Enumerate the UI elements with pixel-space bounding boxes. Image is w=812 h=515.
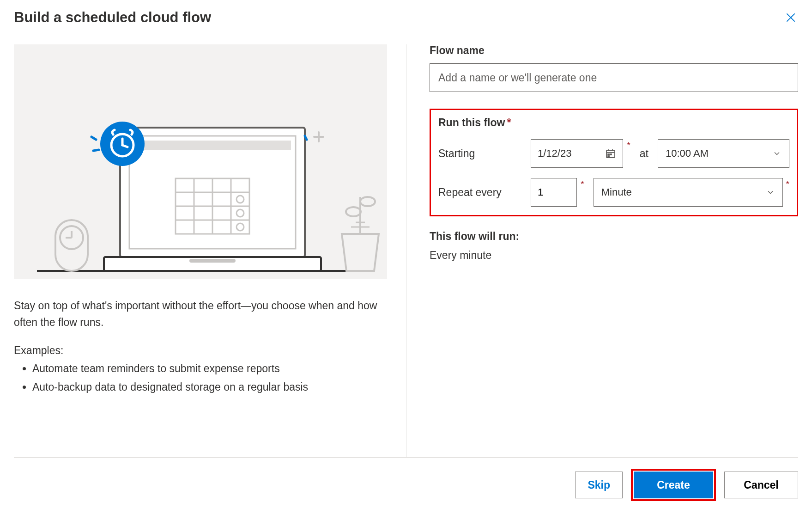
svg-rect-40	[608, 154, 609, 155]
starting-date-value: 1/12/23	[538, 147, 571, 159]
dialog-title: Build a scheduled cloud flow	[14, 9, 211, 26]
required-indicator: *	[627, 140, 630, 151]
flow-run-summary-label: This flow will run:	[430, 230, 798, 243]
examples-label: Examples:	[14, 344, 383, 357]
at-label: at	[640, 147, 648, 160]
svg-line-23	[93, 150, 99, 151]
examples-list: Automate team reminders to submit expens…	[32, 361, 383, 395]
run-flow-section: Run this flow* Starting 1/12/23 *	[430, 109, 798, 216]
starting-time-value: 10:00 AM	[666, 147, 709, 159]
flow-name-label: Flow name	[430, 44, 798, 57]
close-button[interactable]	[783, 10, 798, 25]
list-item: Automate team reminders to submit expens…	[32, 361, 383, 377]
required-indicator: *	[581, 179, 584, 190]
description-text: Stay on top of what's important without …	[14, 298, 383, 331]
list-item: Auto-backup data to designated storage o…	[32, 379, 383, 396]
illustration-image	[14, 44, 387, 279]
required-indicator: *	[507, 116, 511, 129]
repeat-unit-value: Minute	[601, 186, 632, 198]
svg-point-32	[346, 207, 361, 216]
svg-rect-27	[55, 220, 88, 271]
run-this-flow-label: Run this flow*	[438, 116, 789, 129]
skip-button[interactable]: Skip	[575, 472, 623, 498]
svg-point-33	[360, 197, 375, 206]
calendar-icon	[605, 148, 616, 159]
svg-rect-7	[189, 259, 236, 263]
repeat-every-label: Repeat every	[438, 186, 521, 199]
flow-run-summary-text: Every minute	[430, 249, 798, 262]
create-button[interactable]: Create	[634, 472, 713, 498]
flow-name-input[interactable]	[430, 63, 798, 92]
close-icon	[785, 12, 797, 24]
svg-line-22	[91, 137, 96, 140]
required-indicator: *	[786, 179, 789, 190]
chevron-down-icon	[766, 188, 775, 197]
repeat-unit-select[interactable]: Minute	[594, 178, 783, 207]
chevron-down-icon	[772, 149, 782, 158]
svg-rect-42	[608, 156, 609, 157]
cancel-button[interactable]: Cancel	[724, 472, 798, 498]
create-button-highlight: Create	[631, 469, 716, 501]
repeat-interval-input[interactable]	[531, 178, 577, 207]
svg-rect-5	[134, 141, 291, 150]
starting-date-input[interactable]: 1/12/23	[531, 139, 623, 168]
svg-rect-41	[610, 154, 612, 155]
starting-time-select[interactable]: 10:00 AM	[658, 139, 789, 168]
starting-label: Starting	[438, 147, 521, 160]
